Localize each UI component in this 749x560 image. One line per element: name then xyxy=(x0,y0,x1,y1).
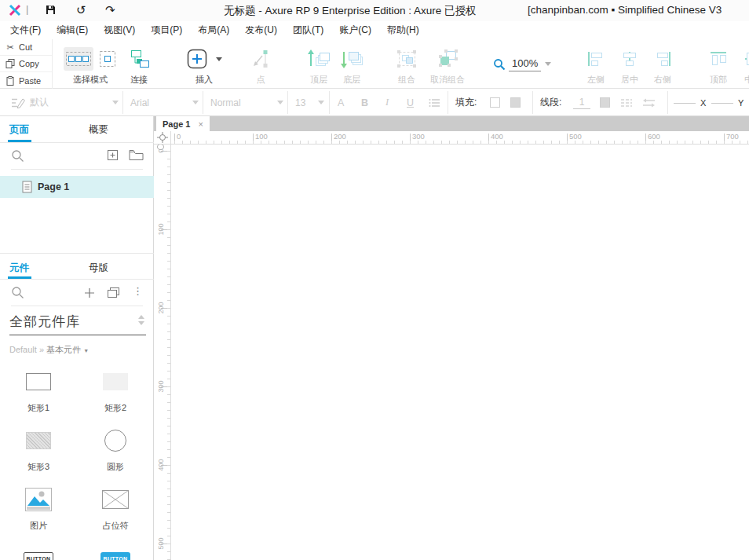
menu-arrange[interactable]: 布局(A) xyxy=(195,22,232,38)
ungroup-label: 取消组合 xyxy=(430,74,465,86)
menu-edit[interactable]: 编辑(E) xyxy=(54,22,90,38)
line-style-button[interactable] xyxy=(620,89,633,116)
canvas-tab-label: Page 1 xyxy=(163,119,190,129)
tab-masters[interactable]: 母版 xyxy=(89,262,108,275)
fill-shade-swatch[interactable] xyxy=(510,97,521,108)
connect-button[interactable]: 连接 xyxy=(121,39,157,89)
font-size-caret[interactable] xyxy=(318,101,324,104)
save-icon[interactable] xyxy=(46,5,56,15)
font-style-caret[interactable] xyxy=(277,101,283,104)
add-page-icon[interactable] xyxy=(107,149,119,161)
italic-button[interactable]: I xyxy=(385,89,389,116)
tab-widgets[interactable]: 元件 xyxy=(9,262,29,275)
page-list-item[interactable]: Page 1 xyxy=(0,176,154,198)
paste-button[interactable]: Paste xyxy=(0,72,52,89)
to-front-button[interactable]: 顶层 xyxy=(305,39,333,89)
arrow-style-button[interactable] xyxy=(642,89,656,116)
widget-rect1[interactable]: 矩形1 xyxy=(0,363,77,422)
point-button[interactable]: 点 xyxy=(247,39,275,89)
stylebar-divider xyxy=(532,91,533,114)
axure-window: | ↺ ↷ 无标题 - Axure RP 9 Enterprise Editio… xyxy=(0,0,749,560)
align-middle-button[interactable]: 中部 xyxy=(738,39,749,89)
contain-select-icon[interactable] xyxy=(98,49,117,68)
canvas-tab-page1[interactable]: Page 1 × xyxy=(156,116,210,131)
align-right-button[interactable]: 右侧 xyxy=(648,39,678,89)
menu-publish[interactable]: 发布(U) xyxy=(243,22,280,38)
widget-image[interactable]: 图片 xyxy=(0,481,77,540)
font-size-dropdown[interactable]: 13 xyxy=(295,89,305,116)
redo-icon[interactable]: ↷ xyxy=(105,3,115,17)
y-field[interactable] xyxy=(711,102,733,104)
zoom-control[interactable]: 100% xyxy=(493,39,551,89)
connect-label: 连接 xyxy=(130,74,148,86)
widget-button-default[interactable]: BUTTON xyxy=(0,540,77,560)
horizontal-ruler[interactable]: 0100200300400500600700 xyxy=(171,131,749,145)
add-folder-icon[interactable] xyxy=(129,149,144,161)
ungroup-button[interactable]: 取消组合 xyxy=(426,39,469,89)
insert-button[interactable]: 插入 xyxy=(182,39,226,89)
font-color-button[interactable]: A xyxy=(338,89,344,116)
menu-project[interactable]: 项目(P) xyxy=(148,22,185,38)
insert-plus-icon[interactable] xyxy=(187,49,207,69)
libraries-stack-icon[interactable] xyxy=(107,287,120,298)
intersect-select-icon[interactable] xyxy=(64,47,93,71)
menu-team[interactable]: 团队(T) xyxy=(290,22,326,38)
connect-icon xyxy=(129,49,149,68)
tab-outline[interactable]: 概要 xyxy=(89,123,108,137)
chevron-up-icon xyxy=(138,315,144,319)
font-style-dropdown[interactable]: Normal xyxy=(210,89,241,116)
widgets-search-icon[interactable] xyxy=(11,286,24,299)
align-center-icon xyxy=(621,51,638,67)
bold-button[interactable]: B xyxy=(361,89,368,116)
tab-pages[interactable]: 页面 xyxy=(9,123,29,137)
circle-thumb xyxy=(104,430,126,452)
tab-close-icon[interactable]: × xyxy=(198,119,203,129)
style-toolbar: 默认 Arial Normal 13 A B I U 填充: xyxy=(0,89,749,116)
chevron-down-icon xyxy=(138,321,144,325)
line-width-field[interactable]: 1 xyxy=(573,97,590,109)
design-canvas[interactable] xyxy=(172,145,749,560)
widget-placeholder[interactable]: 占位符 xyxy=(77,481,154,540)
breadcrumb[interactable]: Default » 基本元件 ▼ xyxy=(9,344,89,356)
h-ruler-label: 100 xyxy=(255,132,268,141)
widget-rect3[interactable]: 矩形3 xyxy=(0,422,77,481)
menu-account[interactable]: 账户(C) xyxy=(337,22,374,38)
line-color-swatch[interactable] xyxy=(600,97,610,108)
selection-mode-group[interactable]: 选择模式 xyxy=(60,39,121,89)
widget-rect2[interactable]: 矩形2 xyxy=(77,363,154,422)
copy-button[interactable]: Copy xyxy=(0,56,52,72)
vertical-ruler[interactable]: 0100200300400500 xyxy=(154,145,171,560)
cut-button[interactable]: ✂ Cut xyxy=(0,39,52,56)
align-left-button[interactable]: 左侧 xyxy=(581,39,611,89)
zoom-value[interactable]: 100% xyxy=(509,57,541,71)
align-center-button[interactable]: 居中 xyxy=(615,39,645,89)
menu-help[interactable]: 帮助(H) xyxy=(385,22,422,38)
menu-file[interactable]: 文件(F) xyxy=(8,22,43,38)
underline-button[interactable]: U xyxy=(407,89,414,116)
zoom-caret[interactable] xyxy=(545,62,551,66)
insert-dropdown-caret[interactable] xyxy=(216,57,222,61)
font-family-caret[interactable] xyxy=(192,101,199,104)
widget-button-primary[interactable]: BUTTON xyxy=(77,540,154,560)
style-preset-caret[interactable] xyxy=(112,101,119,104)
style-preset-dropdown[interactable]: 默认 xyxy=(11,89,49,116)
add-library-icon[interactable] xyxy=(84,287,95,298)
list-button[interactable] xyxy=(429,89,440,116)
library-selector-spinner[interactable] xyxy=(138,315,144,325)
to-back-button[interactable]: 底层 xyxy=(338,39,366,89)
stylebar-divider xyxy=(448,91,448,114)
menu-view[interactable]: 视图(V) xyxy=(101,22,137,38)
font-family-dropdown[interactable]: Arial xyxy=(130,89,149,116)
group-button[interactable]: 组合 xyxy=(391,39,422,89)
menu-bar: 文件(F) 编辑(E) 视图(V) 项目(P) 布局(A) 发布(U) 团队(T… xyxy=(0,21,749,39)
ruler-corner[interactable] xyxy=(154,131,171,145)
fill-color-swatch[interactable] xyxy=(490,97,500,108)
undo-icon[interactable]: ↺ xyxy=(76,3,86,17)
v-ruler-label: 400 xyxy=(156,458,166,472)
widget-circle[interactable]: 圆形 xyxy=(77,422,154,481)
pages-search-icon[interactable] xyxy=(11,149,24,163)
x-field[interactable] xyxy=(674,102,696,104)
v-ruler-label: 200 xyxy=(156,301,166,315)
more-options-icon[interactable]: ⋮ xyxy=(133,285,143,297)
align-top-button[interactable]: 顶部 xyxy=(703,39,733,89)
